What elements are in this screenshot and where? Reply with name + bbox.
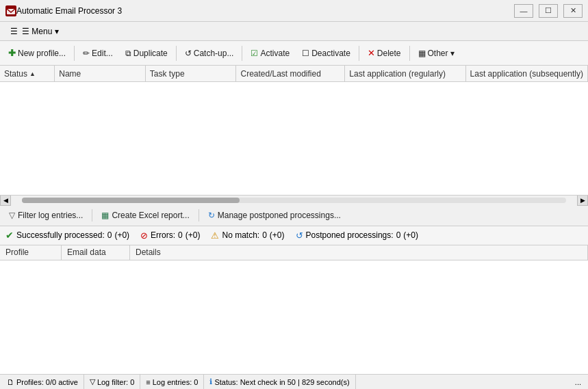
nomatch-delta: (+0) [270, 230, 285, 240]
other-button[interactable]: ▦ Other ▾ [413, 46, 460, 61]
sync-icon: ↻ [208, 211, 215, 220]
activate-icon: ☑ [251, 49, 258, 58]
duplicate-button[interactable]: ⧉ Duplicate [120, 46, 173, 61]
success-count: 0 [107, 230, 112, 240]
main-content: Status ▲ Name Task type Created/Last mod… [0, 66, 588, 374]
delete-icon: ✕ [368, 48, 375, 58]
statusbar-log-filter: ▽ Log filter: 0 [84, 375, 140, 389]
manage-postponed-button[interactable]: ↻ Manage postponed processings... [203, 209, 346, 222]
activate-button[interactable]: ☑ Activate [245, 46, 295, 61]
new-profile-button[interactable]: ✚ New profile... [3, 45, 71, 61]
status-text: Status: Next check in 50 | 829 second(s) [214, 378, 349, 386]
log-toolbar: ▽ Filter log entries... ▦ Create Excel r… [0, 206, 588, 226]
log-table-header: Profile Email data Details [0, 245, 588, 260]
info-icon: ℹ [209, 377, 212, 386]
col-header-name[interactable]: Name [55, 66, 146, 81]
warning-icon: ⚠ [211, 230, 219, 241]
edit-label: Edit... [92, 49, 113, 58]
menubar: ☰ ☰ Menu ▾ [0, 22, 588, 41]
excel-icon: ▦ [101, 211, 109, 220]
deactivate-label: Deactivate [311, 49, 350, 58]
catchup-button[interactable]: ↺ Catch-up... [179, 46, 240, 61]
close-button[interactable]: ✕ [563, 4, 583, 18]
window-controls: — ☐ ✕ [514, 4, 583, 18]
col-header-lastapp2[interactable]: Last application (subsequently) [466, 66, 588, 81]
horizontal-scrollbar[interactable]: ◀ ▶ [0, 195, 588, 206]
manage-postponed-label: Manage postponed processings... [218, 211, 341, 220]
scrollbar-thumb[interactable] [22, 198, 240, 203]
postponed-count: 0 [396, 230, 401, 240]
postponed-status: ↺ Postponed processings: 0 (+0) [296, 230, 418, 241]
statusbar-dots: ... [575, 378, 584, 386]
minimize-button[interactable]: — [514, 4, 533, 18]
log-toolbar-sep-2 [199, 209, 199, 222]
excel-report-button[interactable]: ▦ Create Excel report... [97, 209, 194, 222]
toolbar-separator-1 [74, 46, 75, 61]
toolbar-separator-2 [176, 46, 177, 61]
entries-icon: ≡ [146, 378, 150, 386]
errors-count: 0 [178, 230, 183, 240]
menu-button[interactable]: ☰ ☰ Menu ▾ [4, 24, 65, 39]
plus-icon: ✚ [8, 48, 16, 58]
excel-label: Create Excel report... [112, 211, 189, 220]
profiles-icon: 🗋 [7, 378, 14, 386]
window-title: Automatic Email Processor 3 [16, 6, 514, 16]
statusbar-log-entries: ≡ Log entries: 0 [140, 375, 204, 389]
statusbar-status: ℹ Status: Next check in 50 | 829 second(… [204, 375, 355, 389]
scroll-left-button[interactable]: ◀ [0, 195, 11, 206]
nomatch-label: No match: [222, 230, 259, 240]
deactivate-button[interactable]: ☐ Deactivate [296, 46, 356, 61]
success-status: ✔ Successfully processed: 0 (+0) [5, 230, 129, 241]
activate-label: Activate [260, 49, 290, 58]
success-label: Successfully processed: [16, 230, 105, 240]
filter-log-button[interactable]: ▽ Filter log entries... [4, 209, 88, 222]
app-icon [5, 5, 16, 16]
errors-label: Errors: [151, 230, 175, 240]
log-col-header-profile[interactable]: Profile [0, 245, 62, 260]
postponed-delta: (+0) [403, 230, 418, 240]
toolbar-separator-5 [409, 46, 410, 61]
log-col-header-email[interactable]: Email data [62, 245, 130, 260]
filter-icon: ▽ [9, 211, 15, 220]
filter-log-label: Filter log entries... [18, 211, 83, 220]
postponed-label: Postponed processings: [306, 230, 394, 240]
statusbar: 🗋 Profiles: 0/0 active ▽ Log filter: 0 ≡… [0, 374, 588, 389]
toolbar: ✚ New profile... ✏ Edit... ⧉ Duplicate ↺… [0, 41, 588, 66]
other-arrow-icon: ▾ [450, 49, 455, 58]
errors-delta: (+0) [186, 230, 201, 240]
log-entries-text: Log entries: 0 [153, 378, 199, 386]
duplicate-label: Duplicate [133, 49, 168, 58]
log-col-header-details[interactable]: Details [130, 245, 588, 260]
scroll-right-button[interactable]: ▶ [577, 195, 588, 206]
titlebar: Automatic Email Processor 3 — ☐ ✕ [0, 0, 588, 22]
nomatch-status: ⚠ No match: 0 (+0) [211, 230, 284, 241]
success-delta: (+0) [114, 230, 129, 240]
profile-table-body[interactable] [0, 82, 588, 195]
delete-button[interactable]: ✕ Delete [362, 45, 407, 61]
profiles-text: Profiles: 0/0 active [16, 378, 78, 386]
col-header-created[interactable]: Created/Last modified [236, 66, 345, 81]
edit-icon: ✏ [83, 49, 90, 58]
col-header-status[interactable]: Status ▲ [0, 66, 55, 81]
col-header-lastapp[interactable]: Last application (regularly) [345, 66, 465, 81]
profile-table-area: Status ▲ Name Task type Created/Last mod… [0, 66, 588, 195]
log-toolbar-sep-1 [92, 209, 92, 222]
nomatch-count: 0 [262, 230, 267, 240]
catchup-label: Catch-up... [194, 49, 234, 58]
filter-statusbar-icon: ▽ [90, 377, 95, 386]
delete-label: Delete [377, 49, 401, 58]
scrollbar-track[interactable] [22, 198, 566, 203]
maximize-button[interactable]: ☐ [539, 4, 558, 18]
other-grid-icon: ▦ [418, 49, 426, 58]
log-table-body[interactable] [0, 260, 588, 375]
toolbar-separator-3 [242, 46, 242, 61]
log-status-bar: ✔ Successfully processed: 0 (+0) ⊘ Error… [0, 226, 588, 245]
col-header-tasktype[interactable]: Task type [146, 66, 237, 81]
toolbar-separator-4 [359, 46, 359, 61]
log-table-area: Profile Email data Details [0, 245, 588, 375]
error-icon: ⊘ [140, 230, 148, 241]
edit-button[interactable]: ✏ Edit... [77, 46, 118, 61]
postpone-icon: ↺ [296, 230, 303, 241]
new-profile-label: New profile... [18, 49, 66, 58]
hamburger-icon: ☰ [10, 27, 18, 36]
